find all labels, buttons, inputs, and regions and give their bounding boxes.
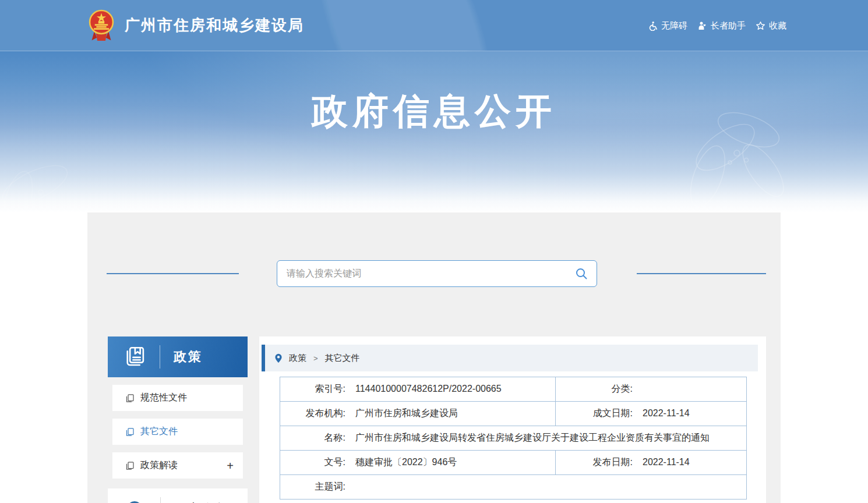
document-icon [125,461,135,470]
elder-assistant-label: 长者助手 [711,20,746,31]
sidebar-item-label: 其它文件 [140,426,178,438]
field-label: 发布机构: [280,408,345,420]
site-title: 广州市住房和城乡建设局 [125,15,304,36]
accessibility-link[interactable]: 无障碍 [648,20,687,31]
site-header: 广州市住房和城乡建设局 无障碍 长者助手 [0,0,868,51]
field-label: 索引号: [280,383,345,395]
book-icon [122,345,147,369]
divider [160,345,160,369]
field-label: 文号: [280,456,345,469]
field-value: 穗建审批〔2022〕946号 [355,457,457,467]
document-name-cell: 名称:广州市住房和城乡建设局转发省住房城乡建设厅关于建设工程企业资质有关事宜的通… [280,426,747,451]
main-panel: 政策 > 其它文件 索引号:11440100007482612P/2022-00… [259,336,766,503]
accessibility-label: 无障碍 [661,20,687,31]
sidebar-item-other-documents[interactable]: 其它文件 [112,419,243,445]
content-container: 政策 规范性文件 [87,212,781,503]
field-label: 发布日期: [556,456,633,469]
field-value: 广州市住房和城乡建设局转发省住房城乡建设厅关于建设工程企业资质有关事宜的通知 [355,433,710,442]
written-date-cell: 成文日期:2022-11-14 [556,402,747,426]
field-label: 分类: [556,383,633,395]
breadcrumb-separator: > [313,354,318,363]
search-box [277,260,597,287]
table-row: 索引号:11440100007482612P/2022-00665 分类: [280,377,747,402]
wheelchair-icon [648,21,658,31]
document-number-cell: 文号:穗建审批〔2022〕946号 [280,451,556,475]
page-title: 政府信息公开 [0,51,868,129]
search-input[interactable] [277,261,566,286]
index-number-cell: 索引号:11440100007482612P/2022-00665 [280,377,556,402]
document-icon [125,394,135,403]
document-meta-table: 索引号:11440100007482612P/2022-00665 分类: 发布… [280,377,747,500]
breadcrumb-item-policy[interactable]: 政策 [289,353,306,364]
favorite-link[interactable]: 收藏 [756,20,786,31]
search-button[interactable] [566,261,597,286]
field-value: 11440100007482612P/2022-00665 [355,384,502,394]
expand-plus-icon[interactable]: + [227,460,234,472]
header-links: 无障碍 长者助手 收藏 [648,0,786,51]
breadcrumb: 政策 > 其它文件 [262,345,758,371]
sidebar: 政策 规范性文件 [108,336,248,503]
field-label: 主题词: [280,481,345,493]
page-banner: 政府信息公开 [0,51,868,212]
field-label: 名称: [280,432,345,444]
sidebar-section-policy[interactable]: 政策 [108,336,248,377]
divider [160,497,161,503]
page: 广州市住房和城乡建设局 无障碍 长者助手 [0,0,868,503]
field-value: 2022-11-14 [643,457,690,467]
table-row: 文号:穗建审批〔2022〕946号 发布日期:2022-11-14 [280,451,747,475]
content-layout: 政策 规范性文件 [87,336,781,503]
sidebar-item-policy-interpretation[interactable]: 政策解读 + [112,452,243,479]
field-value: 2022-11-14 [643,408,690,418]
breadcrumb-item-other-documents[interactable]: 其它文件 [325,353,360,364]
publish-date-cell: 发布日期:2022-11-14 [556,451,747,475]
document-icon [125,427,135,437]
decorative-line-left [107,273,239,274]
flower-decoration-icon [0,127,117,212]
category-cell: 分类: [556,377,747,402]
sidebar-item-normative-documents[interactable]: 规范性文件 [112,385,243,411]
site-brand[interactable]: 广州市住房和城乡建设局 [86,9,304,42]
elder-icon [697,21,707,31]
field-value: 广州市住房和城乡建设局 [355,408,458,418]
decorative-line-right [637,273,766,274]
sidebar-item-label: 政策解读 [140,459,178,472]
sidebar-section-title: 政策 [174,348,203,366]
sidebar-item-label: 规范性文件 [140,392,187,404]
search-icon [574,267,588,281]
table-row: 发布机构:广州市住房和城乡建设局 成文日期:2022-11-14 [280,402,747,426]
keywords-cell: 主题词: [280,475,747,500]
publisher-cell: 发布机构:广州市住房和城乡建设局 [280,402,556,426]
table-row: 主题词: [280,475,747,500]
sidebar-section-title: 政府信息 [174,501,227,503]
sidebar-section-gov-info[interactable]: 政府信息 [108,488,248,503]
national-emblem-logo [86,9,117,42]
field-label: 成文日期: [556,408,633,420]
location-pin-icon [274,353,283,363]
elder-assistant-link[interactable]: 长者助手 [697,20,746,31]
star-icon [756,21,765,31]
table-row: 名称:广州市住房和城乡建设局转发省住房城乡建设厅关于建设工程企业资质有关事宜的通… [280,426,747,451]
favorite-label: 收藏 [769,20,786,31]
